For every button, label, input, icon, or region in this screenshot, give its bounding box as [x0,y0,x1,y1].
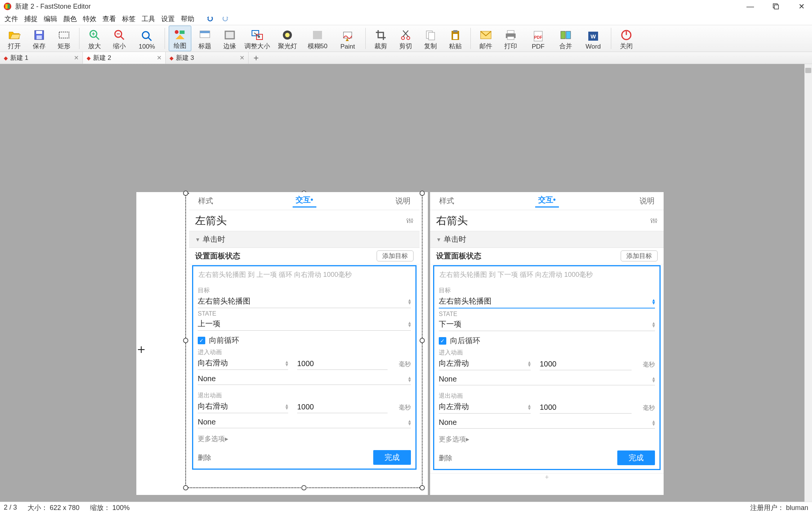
enter-anim-select[interactable]: 向左滑动▴▾ [439,357,531,370]
menu-color[interactable]: 颜色 [61,14,79,24]
sliders-icon[interactable] [406,217,414,224]
tab-close-button[interactable]: ✕ [157,54,162,61]
panel-tab-style[interactable]: 样式 [436,196,457,206]
panel-tab-interact[interactable]: 交互• [535,195,559,208]
toolbar-print-button[interactable]: 打印 [499,26,522,51]
resize-handle[interactable] [183,191,188,196]
resize-handle[interactable] [183,338,188,343]
more-options[interactable]: 更多选项▸ [198,434,411,443]
maximize-button[interactable] [768,1,783,12]
close-icon [621,28,632,42]
sliders-icon[interactable] [650,217,658,224]
resize-handle[interactable] [420,191,425,196]
resize-handle[interactable] [301,485,307,490]
panel-tab-desc[interactable]: 说明 [636,196,658,206]
target-select[interactable]: 左右箭头轮播图▴▾ [198,295,411,308]
enter-easing-select[interactable]: None▴▾ [198,373,411,385]
toolbar-spotlight-button[interactable]: 聚光灯 [273,26,301,51]
field-label: 目标 [198,287,411,295]
target-select[interactable]: 左右箭头轮播图▴▾ [439,295,655,308]
vertical-scrollbar[interactable] [804,64,812,502]
state-select[interactable]: 下一项▴▾ [439,318,655,331]
toolbar-save-button[interactable]: 保存 [28,26,50,51]
toolbar-zoomout-button[interactable]: 缩小 [108,26,131,51]
tab-close-button[interactable]: ✕ [240,54,244,61]
menu-view[interactable]: 查看 [100,14,118,24]
svg-rect-37 [453,30,458,32]
exit-anim-select[interactable]: 向右滑动▴▾ [198,400,288,413]
menu-tool[interactable]: 工具 [139,14,157,24]
toolbar-rect-button[interactable]: 矩形 [53,26,75,51]
delete-button[interactable]: 删除 [198,453,211,462]
panel-tab-style[interactable]: 样式 [195,196,216,206]
document-tab[interactable]: ◆新建 1✕ [0,52,83,64]
exit-ms-input[interactable]: 1000 [297,401,388,413]
exit-anim-select[interactable]: 向左滑动▴▾ [439,400,531,414]
toolbar-mail-button[interactable]: 邮件 [475,26,497,51]
toolbar-cut-button[interactable]: 剪切 [394,26,417,51]
add-target-button[interactable]: 添加目标 [377,250,414,261]
close-button[interactable]: ✕ [794,1,809,12]
menu-effect[interactable]: 特效 [81,14,99,24]
state-select[interactable]: 上一项▴▾ [198,317,411,331]
exit-easing-select[interactable]: None▴▾ [439,417,655,429]
toolbar-edge-button[interactable]: 边缘 [218,26,241,51]
svg-rect-35 [429,32,435,40]
panel-tab-desc[interactable]: 说明 [392,196,414,206]
redo-button[interactable] [218,15,231,23]
document-tab[interactable]: ◆新建 2✕ [83,52,166,64]
menu-setting[interactable]: 设置 [159,14,177,24]
modified-dot-icon: ◆ [4,55,8,61]
toolbar-open-button[interactable]: 打开 [3,26,26,51]
menu-help[interactable]: 帮助 [179,14,197,24]
toolbar-zoomin-button[interactable]: 放大 [83,26,106,51]
toolbar-word-button[interactable]: WWord [579,26,607,51]
minimize-button[interactable]: ― [743,1,758,12]
new-tab-button[interactable]: + [249,52,264,64]
toolbar-draw-button[interactable]: 绘图 [169,26,191,51]
enter-anim-select[interactable]: 向右滑动▴▾ [198,356,288,370]
loop-checkbox[interactable]: ✓ [198,337,205,344]
toolbar-caption-button[interactable]: 标题 [194,26,216,51]
menu-edit[interactable]: 编辑 [41,14,60,24]
canvas-image-left: 样式 交互• 说明 左箭头 ▼单击时 设置面板状态 添加目标 左右箭头轮播图 到 [136,192,428,495]
toolbar-zoom100-button[interactable]: 100% [133,26,161,51]
add-row[interactable]: + [430,473,664,481]
copy-icon [425,28,436,42]
toolbar-blur-button[interactable]: 模糊50 [304,26,331,51]
toolbar-crop-button[interactable]: 裁剪 [369,26,392,51]
resize-handle[interactable] [420,485,425,490]
section-onclick[interactable]: ▼单击时 [430,231,664,248]
canvas-area[interactable]: 样式 交互• 说明 左箭头 ▼单击时 设置面板状态 添加目标 左右箭头轮播图 到 [0,64,804,502]
done-button[interactable]: 完成 [373,450,411,465]
delete-button[interactable]: 删除 [439,453,452,463]
enter-ms-input[interactable]: 1000 [297,358,388,370]
toolbar-copy-button[interactable]: 复制 [419,26,442,51]
toolbar-close-button[interactable]: 关闭 [615,26,638,51]
resize-handle[interactable] [420,338,425,343]
toolbar-paste-button[interactable]: 粘贴 [444,26,467,51]
loop-checkbox[interactable]: ✓ [439,337,446,345]
menu-capture[interactable]: 捕捉 [22,14,40,24]
toolbar-pdf-button[interactable]: PDFPDF [524,26,552,51]
exit-easing-select[interactable]: None▴▾ [198,416,411,428]
tab-close-button[interactable]: ✕ [74,54,79,61]
undo-button[interactable] [204,15,217,23]
menu-file[interactable]: 文件 [2,14,20,24]
enter-easing-select[interactable]: None▴▾ [439,373,655,385]
more-options[interactable]: 更多选项▸ [439,435,655,444]
zoomin-icon [89,28,101,42]
add-target-button[interactable]: 添加目标 [621,250,658,261]
resize-handle[interactable] [183,485,188,490]
section-onclick[interactable]: ▼单击时 [189,231,420,248]
toolbar-paint-button[interactable]: Paint [334,26,362,51]
toolbar-resize-button[interactable]: 调整大小 [243,26,271,51]
enter-ms-input[interactable]: 1000 [540,358,632,370]
svg-rect-45 [561,31,565,39]
menu-label[interactable]: 标签 [120,14,138,24]
panel-tab-interact[interactable]: 交互• [293,195,316,208]
done-button[interactable]: 完成 [617,450,655,465]
toolbar-merge-button[interactable]: 合并 [554,26,577,51]
document-tab[interactable]: ◆新建 3✕ [166,52,249,64]
exit-ms-input[interactable]: 1000 [540,402,632,414]
